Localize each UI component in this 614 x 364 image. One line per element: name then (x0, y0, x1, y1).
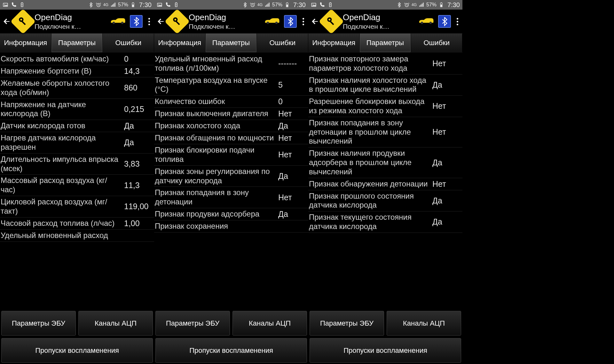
param-row[interactable]: Скорость автомобиля (км/час) 0 (0, 53, 154, 65)
param-label: Желаемые обороты холостого хода (об/мин) (1, 79, 122, 97)
param-value: 0 (276, 97, 305, 106)
param-row[interactable]: Признак наличия продувки адсорбера в про… (308, 147, 462, 178)
tab-errors[interactable]: Ошибки (103, 34, 154, 52)
param-row[interactable]: Длительность импульса впрыска (мсек) 3,8… (0, 154, 154, 175)
app-bar: OpenDiag Подключен к… (154, 10, 308, 33)
param-row[interactable]: Разрешение блокировки выхода из режима х… (308, 96, 462, 117)
tab-params[interactable]: Параметры (206, 34, 257, 52)
param-row[interactable]: Признак попадания в зону детонации в про… (308, 117, 462, 147)
app-logo-icon (319, 9, 344, 34)
tab-info[interactable]: Информация (154, 34, 206, 52)
adc-channels-button[interactable]: Каналы АЦП (78, 311, 153, 336)
tab-errors[interactable]: Ошибки (411, 34, 462, 52)
param-row[interactable]: Признак зоны регулирования по датчику ки… (154, 166, 308, 187)
misfire-button[interactable]: Пропуски воспламенения (155, 338, 307, 363)
param-list[interactable]: Признак повторного замера параметров хол… (308, 52, 462, 309)
app-panel: 4G 57% 7:30 OpenDiag Подключен к… (154, 0, 308, 364)
battery-percent: 57% (272, 2, 282, 8)
svg-point-14 (159, 4, 159, 4)
ecu-params-button[interactable]: Параметры ЭБУ (1, 311, 76, 336)
back-button[interactable] (310, 17, 320, 26)
misfire-button[interactable]: Пропуски воспламенения (1, 338, 153, 363)
param-row[interactable]: Массовый расход воздуха (кг/час) 11,3 (0, 175, 154, 196)
param-row[interactable]: Признак обгащения по мощности Нет (154, 132, 308, 144)
status-bar: 4G 57% 7:30 (308, 0, 462, 10)
tab-params[interactable]: Параметры (51, 34, 103, 52)
tab-info[interactable]: Информация (0, 34, 51, 52)
ecu-params-button[interactable]: Параметры ЭБУ (155, 311, 230, 336)
param-row[interactable]: Признак прошлого состояния датчика кисло… (308, 190, 462, 212)
param-row[interactable]: Признак повторного замера параметров хол… (308, 53, 462, 75)
param-row[interactable]: Температура воздуха на впуске (°C) 5 (154, 75, 308, 96)
car-icon[interactable] (109, 16, 127, 27)
adc-channels-button[interactable]: Каналы АЦП (387, 311, 461, 336)
param-row[interactable]: Напряжение на датчике кислорода (В) 0,21… (0, 99, 154, 120)
network-type: 4G (103, 3, 108, 7)
tab-errors[interactable]: Ошибки (257, 34, 308, 52)
back-button[interactable] (2, 17, 12, 26)
param-value: Нет (276, 109, 305, 118)
param-value: Да (430, 80, 459, 90)
param-row[interactable]: Признак попадания в зону детонации Нет (154, 187, 308, 208)
svg-point-9 (20, 19, 22, 21)
adc-channels-button[interactable]: Каналы АЦП (232, 311, 307, 336)
tab-info[interactable]: Информация (308, 34, 360, 52)
param-value: Да (430, 158, 459, 167)
param-row[interactable]: Признак наличия холостого хода в прошлом… (308, 75, 462, 96)
param-value: Нет (276, 133, 305, 143)
param-row[interactable]: Количество ошибок 0 (154, 96, 308, 108)
param-row[interactable]: Удельный мгновенный расход топлива (л/10… (154, 53, 308, 75)
app-subtitle: Подключен к… (343, 22, 390, 30)
ecu-params-button[interactable]: Параметры ЭБУ (310, 311, 384, 336)
param-row[interactable]: Часовой расход топлива (л/час) 1,00 (0, 218, 154, 230)
param-value: 11,3 (122, 181, 151, 190)
tab-params[interactable]: Параметры (360, 34, 411, 52)
signal-icon (110, 2, 116, 8)
param-row[interactable]: Желаемые обороты холостого хода (об/мин)… (0, 77, 154, 99)
param-list[interactable]: Скорость автомобиля (км/час) 0 Напряжени… (0, 52, 154, 309)
overflow-menu-button[interactable] (146, 18, 152, 25)
param-label: Разрешение блокировки выхода из режима х… (309, 97, 430, 115)
param-row[interactable]: Датчик кислорода готов Да (0, 120, 154, 132)
param-row[interactable]: Признак обнаружения детонации Нет (308, 178, 462, 190)
param-row[interactable]: Признак блокировки подачи топлива Нет (154, 144, 308, 166)
param-row[interactable]: Признак холостого хода Да (154, 120, 308, 132)
param-label: Количество ошибок (155, 97, 276, 106)
param-row[interactable]: Напряжение бортсети (В) 14,3 (0, 65, 154, 77)
back-button[interactable] (156, 17, 166, 26)
app-panel: 4G 57% 7:30 OpenDiag Подключен к… (308, 0, 462, 364)
bluetooth-button[interactable] (438, 15, 451, 28)
bluetooth-icon (396, 2, 402, 8)
param-value: Да (276, 210, 305, 219)
param-value: 0 (122, 54, 151, 64)
app-title: OpenDiag (189, 12, 235, 22)
status-clock: 7:30 (447, 1, 460, 9)
param-label: Удельный мгновенный расход (1, 231, 122, 240)
param-value: Нет (276, 150, 305, 159)
overflow-menu-button[interactable] (454, 18, 460, 25)
param-value: ------- (276, 59, 305, 68)
alarm-icon (250, 2, 256, 8)
param-row[interactable]: Цикловой расход воздуха (мг/такт) 119,00 (0, 196, 154, 218)
car-icon[interactable] (264, 16, 281, 27)
param-row[interactable]: Признак выключения двигателя Нет (154, 108, 308, 120)
phone-icon (11, 2, 17, 8)
misfire-button[interactable]: Пропуски воспламенения (310, 338, 461, 363)
param-row[interactable]: Нагрев датчика кислорода разрешен Да (0, 132, 154, 154)
overflow-menu-button[interactable] (300, 18, 306, 25)
param-row[interactable]: Признак продувки адсорбера Да (154, 208, 308, 220)
svg-point-25 (275, 22, 278, 24)
bluetooth-button[interactable] (284, 15, 297, 28)
param-value: Да (276, 121, 305, 131)
car-icon[interactable] (418, 16, 435, 27)
bluetooth-button[interactable] (130, 15, 143, 28)
param-label: Длительность импульса впрыска (мсек) (1, 155, 122, 173)
param-label: Признак текущего состояния датчика кисло… (309, 213, 430, 231)
app-logo-icon (10, 9, 35, 34)
param-list[interactable]: Удельный мгновенный расход топлива (л/10… (154, 52, 308, 309)
param-label: Часовой расход топлива (л/час) (1, 219, 122, 228)
battery-percent: 57% (118, 2, 128, 8)
param-row[interactable]: Признак текущего состояния датчика кисло… (308, 211, 462, 233)
param-row[interactable]: Удельный мгновенный расход (0, 230, 154, 242)
param-row[interactable]: Признак сохранения (154, 220, 308, 233)
